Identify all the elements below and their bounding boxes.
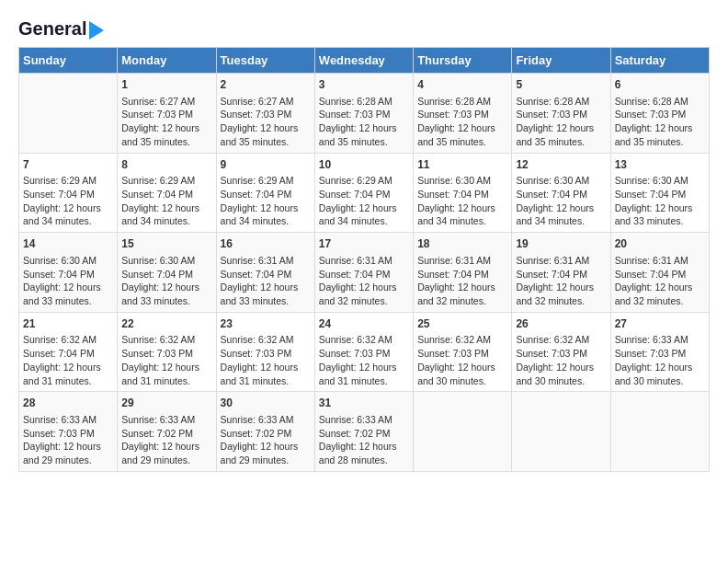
day-number: 20 bbox=[615, 236, 705, 252]
calendar-cell: 31Sunrise: 6:33 AM Sunset: 7:02 PM Dayli… bbox=[314, 392, 413, 472]
day-info: Sunrise: 6:31 AM Sunset: 7:04 PM Dayligh… bbox=[417, 254, 507, 308]
day-number: 18 bbox=[417, 236, 507, 252]
calendar-cell: 23Sunrise: 6:32 AM Sunset: 7:03 PM Dayli… bbox=[216, 312, 314, 392]
day-number: 22 bbox=[121, 316, 211, 332]
calendar-cell: 27Sunrise: 6:33 AM Sunset: 7:03 PM Dayli… bbox=[610, 312, 709, 392]
header-thursday: Thursday bbox=[414, 48, 512, 74]
calendar-cell: 4Sunrise: 6:28 AM Sunset: 7:03 PM Daylig… bbox=[414, 74, 512, 154]
header-monday: Monday bbox=[118, 48, 216, 74]
day-number: 10 bbox=[319, 157, 409, 173]
header-saturday: Saturday bbox=[610, 48, 709, 74]
calendar-cell: 12Sunrise: 6:30 AM Sunset: 7:04 PM Dayli… bbox=[512, 153, 610, 233]
calendar-cell: 15Sunrise: 6:30 AM Sunset: 7:04 PM Dayli… bbox=[118, 233, 216, 313]
day-info: Sunrise: 6:32 AM Sunset: 7:03 PM Dayligh… bbox=[221, 333, 311, 387]
day-info: Sunrise: 6:27 AM Sunset: 7:03 PM Dayligh… bbox=[121, 95, 211, 149]
day-info: Sunrise: 6:31 AM Sunset: 7:04 PM Dayligh… bbox=[516, 254, 606, 308]
calendar-week-row: 28Sunrise: 6:33 AM Sunset: 7:03 PM Dayli… bbox=[19, 392, 710, 472]
day-info: Sunrise: 6:32 AM Sunset: 7:04 PM Dayligh… bbox=[23, 333, 113, 387]
day-number: 25 bbox=[417, 316, 507, 332]
day-info: Sunrise: 6:28 AM Sunset: 7:03 PM Dayligh… bbox=[319, 95, 409, 149]
calendar-table: Sunday Monday Tuesday Wednesday Thursday… bbox=[18, 47, 710, 472]
day-number: 19 bbox=[516, 236, 606, 252]
day-info: Sunrise: 6:30 AM Sunset: 7:04 PM Dayligh… bbox=[121, 254, 211, 308]
calendar-cell: 9Sunrise: 6:29 AM Sunset: 7:04 PM Daylig… bbox=[216, 153, 314, 233]
day-number: 1 bbox=[121, 77, 211, 93]
day-info: Sunrise: 6:28 AM Sunset: 7:03 PM Dayligh… bbox=[516, 95, 606, 149]
day-info: Sunrise: 6:29 AM Sunset: 7:04 PM Dayligh… bbox=[121, 174, 211, 228]
calendar-header-row: Sunday Monday Tuesday Wednesday Thursday… bbox=[19, 48, 710, 74]
header-friday: Friday bbox=[512, 48, 610, 74]
day-info: Sunrise: 6:28 AM Sunset: 7:03 PM Dayligh… bbox=[615, 95, 705, 149]
day-info: Sunrise: 6:27 AM Sunset: 7:03 PM Dayligh… bbox=[221, 95, 311, 149]
calendar-cell: 5Sunrise: 6:28 AM Sunset: 7:03 PM Daylig… bbox=[512, 74, 610, 154]
calendar-week-row: 14Sunrise: 6:30 AM Sunset: 7:04 PM Dayli… bbox=[19, 233, 710, 313]
day-number: 2 bbox=[221, 77, 311, 93]
calendar-cell: 22Sunrise: 6:32 AM Sunset: 7:03 PM Dayli… bbox=[118, 312, 216, 392]
day-number: 4 bbox=[417, 77, 507, 93]
calendar-cell bbox=[414, 392, 512, 472]
calendar-cell bbox=[19, 74, 118, 154]
logo: General bbox=[18, 18, 104, 38]
calendar-cell: 10Sunrise: 6:29 AM Sunset: 7:04 PM Dayli… bbox=[314, 153, 413, 233]
day-info: Sunrise: 6:29 AM Sunset: 7:04 PM Dayligh… bbox=[23, 174, 113, 228]
day-number: 21 bbox=[23, 316, 113, 332]
logo-general-text: General bbox=[18, 18, 86, 40]
calendar-cell: 16Sunrise: 6:31 AM Sunset: 7:04 PM Dayli… bbox=[216, 233, 314, 313]
day-number: 27 bbox=[615, 316, 705, 332]
calendar-cell: 17Sunrise: 6:31 AM Sunset: 7:04 PM Dayli… bbox=[314, 233, 413, 313]
day-info: Sunrise: 6:32 AM Sunset: 7:03 PM Dayligh… bbox=[121, 333, 211, 387]
day-info: Sunrise: 6:31 AM Sunset: 7:04 PM Dayligh… bbox=[615, 254, 705, 308]
day-number: 15 bbox=[121, 236, 211, 252]
header-wednesday: Wednesday bbox=[314, 48, 413, 74]
day-number: 30 bbox=[221, 396, 311, 411]
calendar-week-row: 7Sunrise: 6:29 AM Sunset: 7:04 PM Daylig… bbox=[19, 153, 710, 233]
calendar-cell: 21Sunrise: 6:32 AM Sunset: 7:04 PM Dayli… bbox=[19, 312, 118, 392]
day-number: 6 bbox=[615, 77, 705, 93]
day-info: Sunrise: 6:30 AM Sunset: 7:04 PM Dayligh… bbox=[23, 254, 113, 308]
calendar-cell: 28Sunrise: 6:33 AM Sunset: 7:03 PM Dayli… bbox=[19, 392, 118, 472]
calendar-cell: 25Sunrise: 6:32 AM Sunset: 7:03 PM Dayli… bbox=[414, 312, 512, 392]
day-number: 24 bbox=[319, 316, 409, 332]
calendar-cell bbox=[512, 392, 610, 472]
day-number: 12 bbox=[516, 157, 606, 173]
calendar-cell: 3Sunrise: 6:28 AM Sunset: 7:03 PM Daylig… bbox=[314, 74, 413, 154]
day-info: Sunrise: 6:32 AM Sunset: 7:03 PM Dayligh… bbox=[417, 333, 507, 387]
day-number: 29 bbox=[121, 396, 211, 411]
calendar-cell: 26Sunrise: 6:32 AM Sunset: 7:03 PM Dayli… bbox=[512, 312, 610, 392]
day-number: 31 bbox=[319, 396, 409, 411]
day-info: Sunrise: 6:33 AM Sunset: 7:03 PM Dayligh… bbox=[23, 413, 113, 467]
day-number: 13 bbox=[615, 157, 705, 173]
calendar-cell: 6Sunrise: 6:28 AM Sunset: 7:03 PM Daylig… bbox=[610, 74, 709, 154]
day-number: 16 bbox=[221, 236, 311, 252]
day-info: Sunrise: 6:28 AM Sunset: 7:03 PM Dayligh… bbox=[417, 95, 507, 149]
calendar-week-row: 21Sunrise: 6:32 AM Sunset: 7:04 PM Dayli… bbox=[19, 312, 710, 392]
calendar-cell: 30Sunrise: 6:33 AM Sunset: 7:02 PM Dayli… bbox=[216, 392, 314, 472]
day-number: 17 bbox=[319, 236, 409, 252]
calendar-cell: 18Sunrise: 6:31 AM Sunset: 7:04 PM Dayli… bbox=[414, 233, 512, 313]
page-header: General bbox=[18, 18, 710, 38]
calendar-cell: 29Sunrise: 6:33 AM Sunset: 7:02 PM Dayli… bbox=[118, 392, 216, 472]
calendar-cell: 19Sunrise: 6:31 AM Sunset: 7:04 PM Dayli… bbox=[512, 233, 610, 313]
calendar-cell: 14Sunrise: 6:30 AM Sunset: 7:04 PM Dayli… bbox=[19, 233, 118, 313]
calendar-cell: 8Sunrise: 6:29 AM Sunset: 7:04 PM Daylig… bbox=[118, 153, 216, 233]
header-sunday: Sunday bbox=[19, 48, 118, 74]
day-info: Sunrise: 6:29 AM Sunset: 7:04 PM Dayligh… bbox=[319, 174, 409, 228]
calendar-cell bbox=[610, 392, 709, 472]
day-number: 11 bbox=[417, 157, 507, 173]
day-info: Sunrise: 6:33 AM Sunset: 7:02 PM Dayligh… bbox=[319, 413, 409, 467]
calendar-cell: 20Sunrise: 6:31 AM Sunset: 7:04 PM Dayli… bbox=[610, 233, 709, 313]
calendar-cell: 13Sunrise: 6:30 AM Sunset: 7:04 PM Dayli… bbox=[610, 153, 709, 233]
day-info: Sunrise: 6:32 AM Sunset: 7:03 PM Dayligh… bbox=[516, 333, 606, 387]
day-number: 8 bbox=[121, 157, 211, 173]
calendar-cell: 11Sunrise: 6:30 AM Sunset: 7:04 PM Dayli… bbox=[414, 153, 512, 233]
day-number: 9 bbox=[221, 157, 311, 173]
day-info: Sunrise: 6:31 AM Sunset: 7:04 PM Dayligh… bbox=[319, 254, 409, 308]
day-info: Sunrise: 6:33 AM Sunset: 7:03 PM Dayligh… bbox=[615, 333, 705, 387]
calendar-cell: 24Sunrise: 6:32 AM Sunset: 7:03 PM Dayli… bbox=[314, 312, 413, 392]
logo-triangle-icon bbox=[89, 21, 104, 40]
day-info: Sunrise: 6:31 AM Sunset: 7:04 PM Dayligh… bbox=[221, 254, 311, 308]
day-info: Sunrise: 6:29 AM Sunset: 7:04 PM Dayligh… bbox=[221, 174, 311, 228]
day-info: Sunrise: 6:33 AM Sunset: 7:02 PM Dayligh… bbox=[121, 413, 211, 467]
day-info: Sunrise: 6:30 AM Sunset: 7:04 PM Dayligh… bbox=[516, 174, 606, 228]
day-number: 3 bbox=[319, 77, 409, 93]
